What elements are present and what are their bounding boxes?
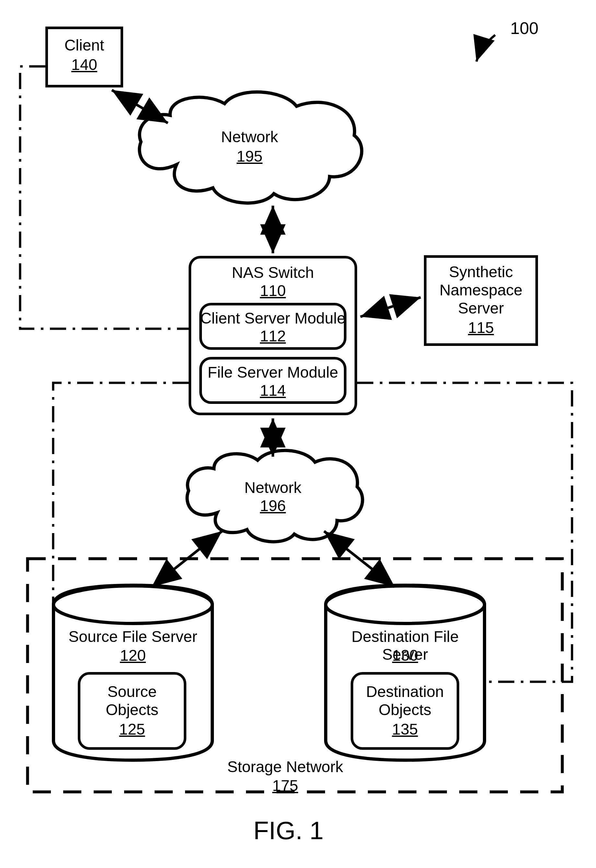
arrow-diagram-ref	[476, 35, 495, 62]
client-ref: 140	[45, 56, 123, 74]
src-obj-label-1: Source	[78, 683, 186, 701]
dst-obj-label-1: Destination	[351, 683, 459, 701]
dst-server-ref: 130	[329, 647, 481, 664]
client-server-ref: 112	[199, 327, 346, 345]
file-server-ref: 114	[199, 382, 346, 399]
network-top-label: Network	[207, 128, 292, 146]
src-server-label: Source File Server	[57, 628, 209, 645]
dst-obj-ref: 135	[351, 720, 459, 738]
src-obj-ref: 125	[78, 720, 186, 738]
dst-obj-label-2: Objects	[351, 701, 459, 719]
file-server-label: File Server Module	[199, 363, 346, 381]
arrow-net2-dst	[324, 531, 395, 587]
client-label: Client	[45, 36, 123, 54]
network-top-ref: 195	[207, 148, 292, 165]
synth-ns-label-1: Synthetic	[424, 263, 538, 281]
arrow-net2-src	[152, 531, 222, 587]
diagram-ref: 100	[505, 19, 544, 38]
storage-net-ref: 175	[194, 776, 376, 794]
figure-title: FIG. 1	[223, 816, 353, 845]
src-server-ref: 120	[57, 647, 209, 664]
arrow-nas-synth	[360, 297, 421, 317]
nas-switch-label: NAS Switch	[189, 264, 357, 282]
network-mid-ref: 196	[231, 497, 315, 515]
nas-switch-ref: 110	[189, 282, 357, 300]
arrow-client-network	[112, 90, 168, 123]
src-obj-label-2: Objects	[78, 701, 186, 719]
synth-ns-label-2: Namespace	[424, 281, 538, 299]
network-mid-label: Network	[231, 479, 315, 496]
synth-ns-ref: 115	[424, 319, 538, 337]
synth-ns-label-3: Server	[424, 299, 538, 317]
client-server-label: Client Server Module	[199, 309, 346, 327]
storage-net-label: Storage Network	[194, 758, 376, 776]
